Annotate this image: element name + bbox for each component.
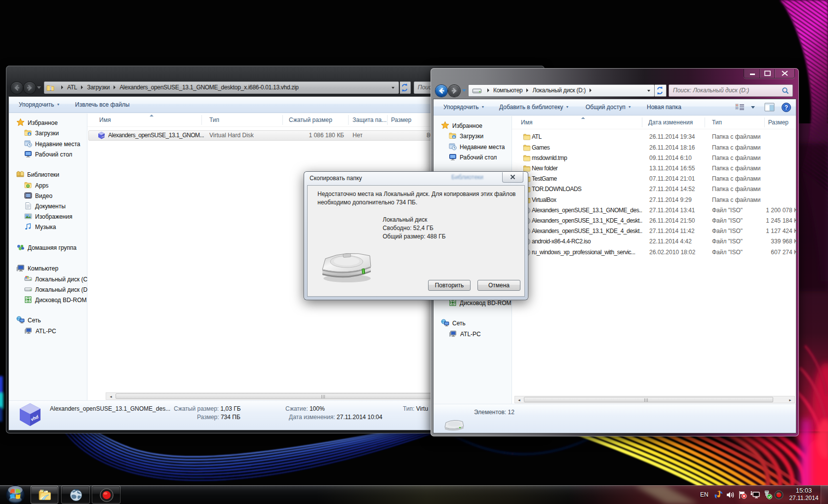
svg-text:?: ?	[785, 104, 788, 111]
